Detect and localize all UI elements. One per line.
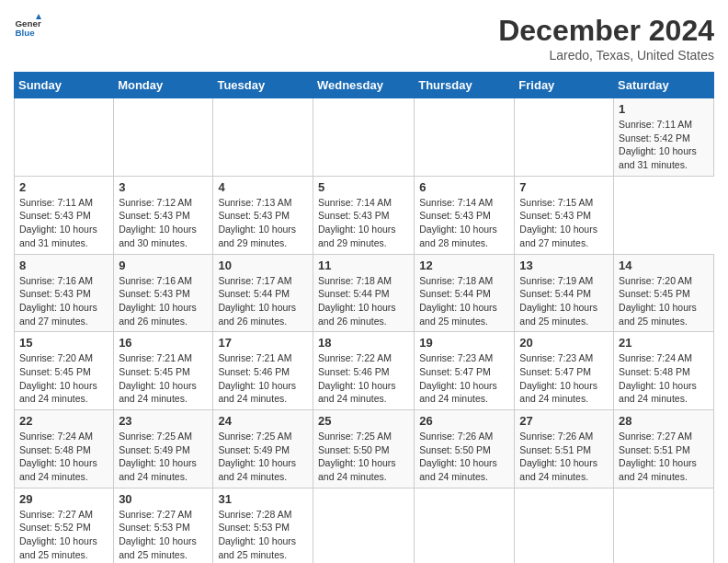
day-cell-4: 4Sunrise: 7:13 AM Sunset: 5:43 PM Daylig… (213, 176, 313, 254)
week-row-2: 2Sunrise: 7:11 AM Sunset: 5:43 PM Daylig… (15, 176, 714, 254)
calendar-subtitle: Laredo, Texas, United States (498, 48, 714, 63)
day-cell-17: 17Sunrise: 7:21 AM Sunset: 5:46 PM Dayli… (213, 332, 313, 410)
svg-text:General: General (16, 18, 42, 29)
day-cell-31: 31Sunrise: 7:28 AM Sunset: 5:53 PM Dayli… (213, 488, 313, 563)
header: General Blue December 2024 Laredo, Texas… (14, 14, 714, 63)
week-row-1: 1Sunrise: 7:11 AM Sunset: 5:42 PM Daylig… (15, 98, 714, 177)
logo: General Blue (14, 14, 41, 41)
day-cell-3: 3Sunrise: 7:12 AM Sunset: 5:43 PM Daylig… (114, 176, 213, 254)
day-cell-11: 11Sunrise: 7:18 AM Sunset: 5:44 PM Dayli… (313, 254, 414, 332)
day-cell-23: 23Sunrise: 7:25 AM Sunset: 5:49 PM Dayli… (114, 410, 213, 488)
day-cell-14: 14Sunrise: 7:20 AM Sunset: 5:45 PM Dayli… (614, 254, 714, 332)
day-cell-18: 18Sunrise: 7:22 AM Sunset: 5:46 PM Dayli… (313, 332, 414, 410)
weekday-header-thursday: Thursday (415, 73, 515, 98)
weekday-header-tuesday: Tuesday (213, 73, 313, 98)
day-cell-24: 24Sunrise: 7:25 AM Sunset: 5:49 PM Dayli… (213, 410, 313, 488)
week-row-3: 8Sunrise: 7:16 AM Sunset: 5:43 PM Daylig… (15, 254, 714, 332)
day-cell-28: 28Sunrise: 7:27 AM Sunset: 5:51 PM Dayli… (614, 410, 714, 488)
calendar-title: December 2024 (498, 14, 714, 48)
title-area: December 2024 Laredo, Texas, United Stat… (498, 14, 714, 63)
day-cell-2: 2Sunrise: 7:11 AM Sunset: 5:43 PM Daylig… (15, 176, 114, 254)
day-cell-13: 13Sunrise: 7:19 AM Sunset: 5:44 PM Dayli… (515, 254, 614, 332)
empty-cell (313, 98, 414, 177)
weekday-header-sunday: Sunday (15, 73, 114, 98)
week-row-6: 29Sunrise: 7:27 AM Sunset: 5:52 PM Dayli… (15, 488, 714, 563)
day-cell-9: 9Sunrise: 7:16 AM Sunset: 5:43 PM Daylig… (114, 254, 213, 332)
day-cell-8: 8Sunrise: 7:16 AM Sunset: 5:43 PM Daylig… (15, 254, 114, 332)
day-cell-10: 10Sunrise: 7:17 AM Sunset: 5:44 PM Dayli… (213, 254, 313, 332)
weekday-header-wednesday: Wednesday (313, 73, 414, 98)
weekday-header-saturday: Saturday (614, 73, 714, 98)
day-cell-19: 19Sunrise: 7:23 AM Sunset: 5:47 PM Dayli… (415, 332, 515, 410)
day-cell-16: 16Sunrise: 7:21 AM Sunset: 5:45 PM Dayli… (114, 332, 213, 410)
day-cell-22: 22Sunrise: 7:24 AM Sunset: 5:48 PM Dayli… (15, 410, 114, 488)
day-cell-29: 29Sunrise: 7:27 AM Sunset: 5:52 PM Dayli… (15, 488, 114, 563)
empty-cell (15, 98, 114, 177)
day-cell-5: 5Sunrise: 7:14 AM Sunset: 5:43 PM Daylig… (313, 176, 414, 254)
day-cell-15: 15Sunrise: 7:20 AM Sunset: 5:45 PM Dayli… (15, 332, 114, 410)
day-cell-21: 21Sunrise: 7:24 AM Sunset: 5:48 PM Dayli… (614, 332, 714, 410)
week-row-4: 15Sunrise: 7:20 AM Sunset: 5:45 PM Dayli… (15, 332, 714, 410)
empty-cell (415, 488, 515, 563)
day-cell-30: 30Sunrise: 7:27 AM Sunset: 5:53 PM Dayli… (114, 488, 213, 563)
empty-cell (614, 488, 714, 563)
weekday-header-row: SundayMondayTuesdayWednesdayThursdayFrid… (15, 73, 714, 98)
day-cell-20: 20Sunrise: 7:23 AM Sunset: 5:47 PM Dayli… (515, 332, 614, 410)
week-row-5: 22Sunrise: 7:24 AM Sunset: 5:48 PM Dayli… (15, 410, 714, 488)
day-cell-25: 25Sunrise: 7:25 AM Sunset: 5:50 PM Dayli… (313, 410, 414, 488)
logo-icon: General Blue (14, 14, 41, 41)
svg-text:Blue: Blue (16, 28, 36, 38)
empty-cell (515, 98, 614, 177)
weekday-header-monday: Monday (114, 73, 213, 98)
day-cell-6: 6Sunrise: 7:14 AM Sunset: 5:43 PM Daylig… (415, 176, 515, 254)
day-cell-7: 7Sunrise: 7:15 AM Sunset: 5:43 PM Daylig… (515, 176, 614, 254)
empty-cell (313, 488, 414, 563)
weekday-header-friday: Friday (515, 73, 614, 98)
day-cell-1: 1Sunrise: 7:11 AM Sunset: 5:42 PM Daylig… (614, 98, 714, 177)
svg-marker-2 (36, 14, 41, 19)
empty-cell (515, 488, 614, 563)
day-cell-27: 27Sunrise: 7:26 AM Sunset: 5:51 PM Dayli… (515, 410, 614, 488)
empty-cell (213, 98, 313, 177)
day-cell-12: 12Sunrise: 7:18 AM Sunset: 5:44 PM Dayli… (415, 254, 515, 332)
day-cell-26: 26Sunrise: 7:26 AM Sunset: 5:50 PM Dayli… (415, 410, 515, 488)
empty-cell (114, 98, 213, 177)
empty-cell (415, 98, 515, 177)
calendar-table: SundayMondayTuesdayWednesdayThursdayFrid… (14, 72, 714, 563)
